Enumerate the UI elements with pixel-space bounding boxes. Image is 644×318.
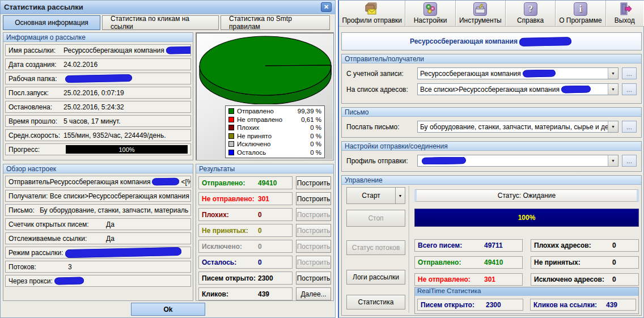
result-row-excluded: Исключено: 0 Построить [198,240,331,253]
address-list-select[interactable]: Все списки>Ресурсосберегающая компания ▼ [417,83,618,95]
info-row-progress: Прогресс: 100% [5,143,191,155]
redaction-blob [190,192,191,200]
settings-row-sender: Отправитель Ресурсосберегающая компания … [5,176,191,188]
build-chart-button[interactable]: Построить [296,176,331,189]
tab-click-stats[interactable]: Статистика по кликам на ссылки [102,15,219,30]
progress-bar-navy: 100% [414,209,639,227]
info-row-speed: Средн.скорость: 155/мин, 9352/час, 22444… [5,129,191,141]
settings-icon [422,2,439,16]
redaction-blob [561,86,591,94]
chevron-down-icon[interactable]: ▼ [608,121,618,132]
toolbar: Профили отправки Настройки [339,1,643,27]
address-list-browse-button[interactable]: ... [622,83,637,95]
tab-smtp-stats[interactable]: Статистика по Smtp правилам [221,15,330,30]
mailing-logs-button[interactable]: Логи рассылки [346,270,405,285]
info-row-name: Имя рассылки: Ресурсосберегающая компани… [5,44,191,56]
letter-group: Письмо Послать письмо: Бу оборудование, … [341,107,642,138]
send-profile-browse-button[interactable]: ... [622,155,637,167]
build-chart-button: Построить [296,240,331,253]
build-chart-button[interactable]: Построить [296,192,331,205]
result-row-left: Осталось: 0 Построить [198,256,331,269]
redaction-blob [65,74,132,83]
account-select[interactable]: Ресурсосберегающая компания ▼ [417,67,618,79]
redaction-blob [422,157,466,164]
stat-link-clicks: Кликов на ссылки: 439 [530,299,636,311]
result-row-notsent: Не отправлено: 301 Построить [198,192,331,205]
build-chart-button[interactable]: Построить [296,272,331,285]
result-row-opened: Писем открыто: 2300 Построить [198,272,331,285]
build-chart-button: Построить [296,256,331,269]
stat-total-letters: Всего писем: 49711 [414,239,523,252]
chevron-down-icon[interactable]: ▼ [608,84,618,95]
info-row-created: Дата создания: 24.02.2016 [5,58,191,70]
legend-item: Исключено 0 % [228,140,321,149]
stat-not-sent: Не отправлено: 301 [414,273,523,286]
toolbar-help-button[interactable]: ? Справка [506,1,556,26]
mailing-info-group: Информация о рассылке Имя рассылки: Ресу… [3,32,193,160]
stat-refused: Не принятых: 0 [531,256,639,269]
letter-row: Послать письмо: Бу оборудование, станки,… [346,121,637,133]
tab-strip: Основная информация Статистика по кликам… [1,14,335,30]
redaction-blob [65,247,181,258]
letter-select[interactable]: Бу оборудование, станки, запчасти, матер… [417,121,618,133]
legend-swatch-excluded [228,141,234,147]
info-row-folder: Рабочая папка: [5,73,191,84]
settings-overview-group: Обзор настроек Отправитель Ресурсосберег… [3,164,193,301]
account-row: С учетной записи: Ресурсосберегающая ком… [346,67,637,79]
results-title: Результаты [196,164,333,173]
settings-row-letter: Письмо: Бу оборудование, станки, запчаст… [5,204,191,216]
close-icon[interactable]: ✕ [321,2,332,12]
about-icon: i [572,2,589,16]
settings-row-proxy: Через прокси: [5,275,191,287]
tools-icon [472,2,489,16]
desktop: Статистика рассылки ✕ Основная информаци… [0,0,644,318]
progress-bar-black: 100% [66,145,188,154]
dialog-titlebar: Статистика рассылки ✕ [1,1,335,14]
chevron-down-icon[interactable]: ▼ [608,68,618,79]
account-browse-button[interactable]: ... [622,67,637,79]
legend-swatch-refused [228,133,234,139]
info-row-elapsed: Время прошло: 5 часов, 17 минут. [5,115,191,127]
stat-sent: Отправлено: 49410 [414,256,523,269]
start-button[interactable]: Старт [346,187,396,204]
statistics-dialog: Статистика рассылки ✕ Основная информаци… [0,0,336,318]
toolbar-tools-button[interactable]: Инструменты [456,1,506,26]
send-profiles-icon [363,2,380,16]
send-profile-select[interactable]: ▼ [417,155,618,167]
letter-browse-button[interactable]: ... [622,121,637,133]
tab-main-info[interactable]: Основная информация [3,15,100,30]
build-chart-button: Построить [296,208,331,221]
toolbar-send-profiles-button[interactable]: Профили отправки [339,1,405,26]
legend-item: Осталось 0 % [228,149,321,157]
more-button[interactable]: Далее... [296,287,331,300]
exit-icon [616,2,633,16]
start-dropdown-icon[interactable]: ▼ [396,187,405,204]
redaction-blob [519,37,571,46]
settings-row-mode: Режим рассылки: [5,247,191,258]
settings-overview-title: Обзор настроек [3,164,193,173]
toolbar-exit-button[interactable]: Выход [606,1,643,26]
statistics-button[interactable]: Статистика [346,295,405,309]
results-group: Результаты Отправлено: 49410 Построить Н… [196,164,334,301]
toolbar-settings-button[interactable]: Настройки [405,1,455,26]
send-profile-group: Настройки отправки/соединения Профиль от… [341,141,642,172]
sender-recipients-title: Отправитель/получатели [342,54,641,63]
stats-grid: Всего писем: 49711 Плохих адресов: 0 Отп… [414,239,639,286]
result-row-bad: Плохих: 0 Построить [198,208,331,221]
settings-row-trackedlinks: Отслеживаемые ссылки: Да [5,232,191,244]
send-profile-row: Профиль отправки: ▼ ... [346,155,637,167]
mailing-info-title: Информация о рассылке [3,33,193,42]
chevron-down-icon[interactable]: ▼ [608,155,618,166]
pie-legend: Отправлено 99,39 % Не отправлено 0,61 % … [225,105,325,158]
realtime-stats-group: RealTime Статистика Писем открыто: 2300 … [414,287,639,314]
address-list-row: На список адресов: Все списки>Ресурсосбе… [346,83,637,95]
ok-button[interactable]: Ok [131,303,205,316]
legend-swatch-sent [228,108,234,114]
stat-excluded-addresses: Исключено адресов: 0 [531,273,639,286]
info-row-lastrun: Посл.запуск: 25.02.2016, 0:07:19 [5,87,191,99]
result-row-clicks: Кликов: 439 Далее... [198,287,331,300]
realtime-stats-title: RealTime Статистика [415,287,638,296]
toolbar-about-button[interactable]: i О Программе [556,1,605,26]
start-split-button: Старт ▼ [346,187,405,204]
help-icon: ? [522,2,539,16]
